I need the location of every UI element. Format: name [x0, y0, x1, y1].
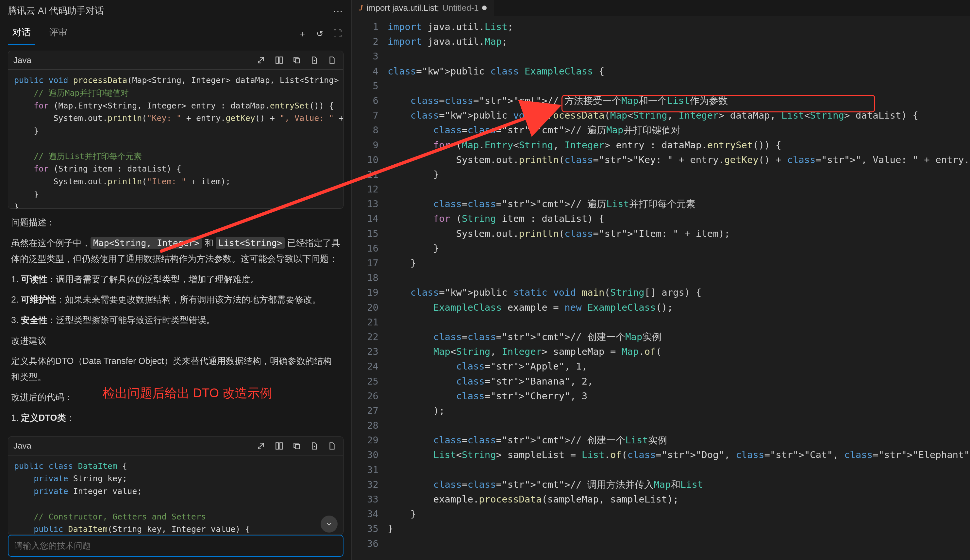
plus-icon[interactable]: ＋	[297, 28, 308, 40]
code-block-2: Java public class DataItem { private Str…	[8, 437, 343, 535]
expand-icon[interactable]: ⛶	[332, 28, 343, 40]
diff-icon[interactable]	[273, 54, 285, 66]
editor-panel: J import java.util.List; Untitled-1 1234…	[352, 0, 970, 560]
insert-icon[interactable]	[255, 54, 267, 66]
improve-heading: 改进建议	[11, 333, 340, 349]
red-annotation: 检出问题后给出 DTO 改造示例	[103, 385, 272, 402]
code-main[interactable]: import java.util.List;import java.util.M…	[388, 20, 970, 560]
svg-rect-3	[276, 443, 278, 449]
code-actions-1	[255, 54, 338, 66]
lang-label-2: Java	[13, 441, 255, 451]
java-file-icon: J	[359, 3, 363, 13]
copy-icon[interactable]	[291, 54, 303, 66]
editor-tabs: J import java.util.List; Untitled-1	[352, 0, 970, 16]
issue-1: 1. 可读性：调用者需要了解具体的泛型类型，增加了理解难度。	[11, 272, 340, 288]
svg-rect-1	[280, 57, 282, 63]
chat-panel: 腾讯云 AI 代码助手对话 ⋯ 对话 评审 ＋ ↺ ⛶ Java public …	[0, 0, 352, 560]
editor-tab[interactable]: J import java.util.List; Untitled-1	[352, 0, 494, 16]
diff-icon[interactable]	[273, 440, 285, 452]
tab-group: 对话 评审	[8, 23, 297, 45]
editor-content[interactable]: 1234567891011121314151617181920212223242…	[352, 16, 970, 560]
line-gutter: 1234567891011121314151617181920212223242…	[352, 20, 388, 560]
code-header-2: Java	[8, 437, 343, 455]
svg-rect-0	[276, 57, 278, 63]
file-icon[interactable]	[326, 54, 338, 66]
step-1: 1. 定义DTO类：	[11, 410, 340, 426]
inline-code-2: List<String>	[216, 237, 285, 248]
code-actions-2	[255, 440, 338, 452]
desc-intro: 虽然在这个例子中，Map<String, Integer> 和 List<Str…	[11, 235, 340, 267]
lang-label-1: Java	[13, 55, 255, 65]
newfile-icon[interactable]	[308, 54, 320, 66]
tab-file-prefix: import java.util.List;	[367, 3, 439, 13]
unsaved-dot-icon	[482, 5, 487, 10]
newfile-icon[interactable]	[308, 440, 320, 452]
svg-rect-2	[295, 59, 300, 63]
tab-chat[interactable]: 对话	[8, 23, 35, 45]
issue-3: 3. 安全性：泛型类型擦除可能导致运行时类型错误。	[11, 312, 340, 328]
svg-rect-5	[295, 444, 300, 448]
issue-2: 2. 可维护性：如果未来需要更改数据结构，所有调用该方法的地方都需要修改。	[11, 292, 340, 308]
desc-heading: 问题描述：	[11, 215, 340, 231]
tab-file-name: Untitled-1	[443, 3, 479, 13]
code-header-1: Java	[8, 51, 343, 70]
copy-icon[interactable]	[291, 440, 303, 452]
code-block-1: Java public void processData(Map<String,…	[8, 51, 343, 209]
panel-header: 腾讯云 AI 代码助手对话 ⋯	[0, 0, 351, 20]
chat-input[interactable]: 请输入您的技术问题	[8, 535, 343, 557]
code-body-2[interactable]: public class DataItem { private String k…	[8, 455, 343, 535]
panel-title: 腾讯云 AI 代码助手对话	[8, 5, 104, 17]
scroll-down-button[interactable]	[321, 515, 338, 533]
inline-code-1: Map<String, Integer>	[90, 237, 202, 248]
insert-icon[interactable]	[255, 440, 267, 452]
panel-tabs-row: 对话 评审 ＋ ↺ ⛶	[0, 20, 351, 45]
svg-rect-4	[280, 443, 282, 449]
improve-body: 定义具体的DTO（Data Transfer Object）类来替代通用数据结构…	[11, 353, 340, 385]
tab-review[interactable]: 评审	[45, 23, 72, 45]
more-icon[interactable]: ⋯	[333, 5, 343, 17]
code-body-1[interactable]: public void processData(Map<String, Inte…	[8, 70, 343, 209]
file-icon[interactable]	[326, 440, 338, 452]
tab-actions: ＋ ↺ ⛶	[297, 28, 343, 40]
history-icon[interactable]: ↺	[314, 28, 326, 40]
